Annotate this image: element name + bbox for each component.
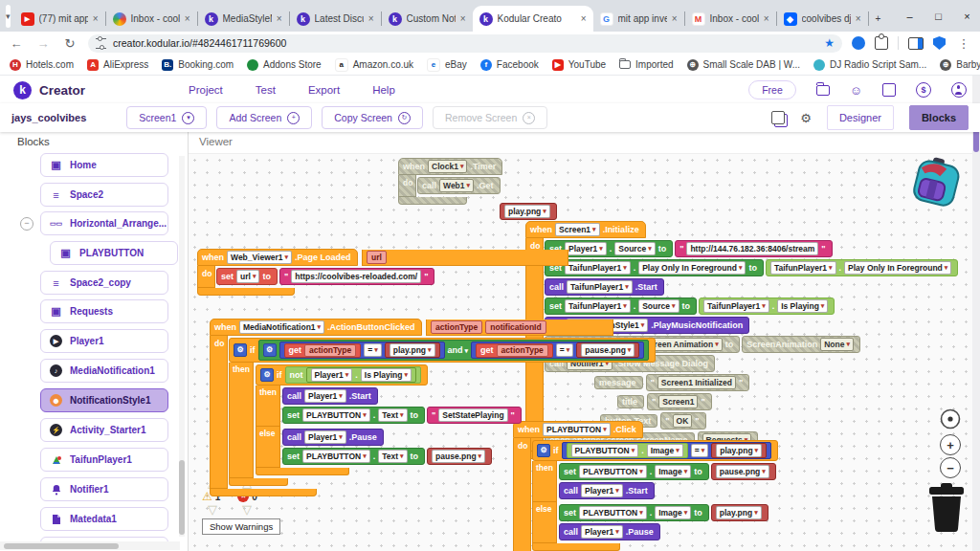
- close-icon[interactable]: ×: [856, 13, 861, 24]
- tab-search-button[interactable]: ▾: [6, 5, 11, 28]
- property-dropdown[interactable]: Play Only In Foreground: [638, 261, 746, 275]
- close-icon[interactable]: ×: [672, 13, 678, 24]
- site-settings-icon[interactable]: [96, 38, 106, 49]
- value-dropdown[interactable]: play.png: [716, 444, 762, 457]
- sidebar-item-home[interactable]: ▣Home: [40, 153, 168, 177]
- projects-folder-icon[interactable]: [816, 85, 830, 96]
- mutator-gear-icon[interactable]: ⚙: [234, 343, 247, 357]
- sidebar-item-matedata1[interactable]: Matedata1: [40, 507, 168, 531]
- set-url-row[interactable]: seturlto https://coolvibes-reloaded.com/: [216, 268, 434, 285]
- component-dropdown[interactable]: Web_Viewer1: [227, 251, 292, 264]
- property-dropdown[interactable]: Text: [378, 450, 407, 463]
- minimize-button[interactable]: –: [896, 0, 924, 32]
- clock-timer-block-disabled[interactable]: whenClock1.Timer do callWeb1.Get: [398, 156, 502, 205]
- earn-icon[interactable]: $: [916, 82, 931, 98]
- bookmark-addons[interactable]: Addons Store: [247, 59, 322, 71]
- property-dropdown[interactable]: Image: [655, 506, 691, 519]
- free-plan-badge[interactable]: Free: [748, 80, 796, 99]
- sidebar-vertical-scrollbar[interactable]: [179, 156, 185, 537]
- variable-dropdown[interactable]: actionType: [304, 344, 356, 357]
- collapse-icon[interactable]: −: [20, 217, 33, 231]
- bookmark-youtube[interactable]: ▶YouTube: [552, 59, 606, 71]
- tab-gmail[interactable]: M Inbox - coolvib ×: [685, 6, 776, 32]
- floating-playpng-block[interactable]: play.png: [500, 201, 557, 220]
- back-icon[interactable]: ←: [8, 36, 25, 51]
- browser-menu-icon[interactable]: ⋮: [955, 36, 972, 51]
- set-player-source-row[interactable]: setPlayer1.Sourceto http://144.76.182.36…: [545, 240, 833, 257]
- get-variable-block[interactable]: getactionType: [476, 343, 553, 358]
- text-string-block[interactable]: Screen1: [647, 393, 712, 410]
- event-parameter[interactable]: url: [367, 251, 387, 264]
- compare-block-1[interactable]: getactionType = play.png: [279, 342, 445, 359]
- tab-inbox-1[interactable]: Inbox - coolvi ×: [106, 6, 197, 32]
- sidebar-item-horizontal-arrangement[interactable]: ▭▭Horizontal_Arrange...: [40, 211, 168, 235]
- call-player-pause-block[interactable]: callPlayer1.Pause: [282, 429, 384, 446]
- value-block[interactable]: play.png: [711, 443, 767, 458]
- scrollbar-thumb[interactable]: [179, 460, 185, 535]
- screens-overview-icon[interactable]: [771, 111, 785, 124]
- component-dropdown[interactable]: Clock1: [428, 160, 467, 173]
- text-string-block[interactable]: https://coolvibes-reloaded.com/: [279, 268, 435, 285]
- url-text[interactable]: creator.kodular.io/#4824461711769600: [113, 37, 817, 49]
- outer-if-block[interactable]: ⚙ if ⚙ getactionType = play.png and ge: [229, 338, 656, 486]
- set-taifun-source-row[interactable]: setTaifunPlayer1.Sourceto TaifunPlayer1.…: [545, 298, 835, 315]
- inner-if-block[interactable]: ⚙ if not Player1.Is Playing then c: [256, 364, 522, 475]
- warning-down-icon[interactable]: ▽: [208, 504, 217, 516]
- sidebar-item-playbutton[interactable]: ▣PLAYBUTTON: [50, 241, 178, 265]
- operator-dropdown[interactable]: =: [364, 343, 381, 357]
- show-warnings-button[interactable]: Show Warnings: [202, 518, 280, 535]
- value-dropdown[interactable]: pause.png: [716, 465, 769, 478]
- sidebar-item-notifier1[interactable]: Notifier1: [40, 477, 168, 501]
- account-icon[interactable]: [951, 82, 967, 98]
- designer-toggle-button[interactable]: Designer: [827, 105, 894, 130]
- nav-project[interactable]: Project: [189, 84, 223, 96]
- property-dropdown[interactable]: Text: [378, 408, 407, 422]
- property-dropdown[interactable]: Image: [655, 465, 691, 478]
- close-icon[interactable]: ×: [93, 13, 99, 24]
- news-icon[interactable]: [882, 83, 896, 97]
- copy-screen-button[interactable]: Copy Screen↻: [322, 106, 423, 129]
- sidebar-item-notificationstyle1-selected[interactable]: ☻NotificationStyle1: [40, 388, 168, 412]
- variable-dropdown[interactable]: url: [236, 270, 259, 283]
- variable-dropdown[interactable]: actionType: [497, 344, 548, 357]
- set-playbutton-text-row[interactable]: setPLAYBUTTON.Textto SetStatePlaying: [282, 407, 522, 424]
- sidebar-item-space2[interactable]: ≡Space2: [40, 183, 168, 207]
- add-screen-button[interactable]: Add Screen+: [216, 106, 312, 129]
- medianotification-actionbutton-block[interactable]: whenMediaNotification1.ActionButtonClick…: [210, 317, 656, 496]
- property-dropdown[interactable]: Is Playing: [777, 299, 828, 313]
- zoom-out-button[interactable]: −: [940, 457, 961, 478]
- side-panel-icon[interactable]: [908, 37, 924, 50]
- component-dropdown[interactable]: Player1: [311, 368, 353, 382]
- value-block[interactable]: pause.png: [576, 342, 639, 358]
- community-icon[interactable]: ☺: [850, 84, 862, 97]
- scrollbar-thumb[interactable]: [4, 543, 119, 549]
- url-bar[interactable]: creator.kodular.io/#4824461711769600 ★: [88, 34, 842, 53]
- gear-icon[interactable]: ⚙: [800, 111, 812, 125]
- sidebar-item-space2-copy[interactable]: ≡Space2_copy: [40, 271, 168, 295]
- value-dropdown[interactable]: play.png: [390, 343, 435, 357]
- nav-test[interactable]: Test: [256, 84, 276, 96]
- tab-dropbox[interactable]: ◆ coolvibes djs - ×: [777, 6, 868, 32]
- text-string-block[interactable]: http://144.76.182.36:8406/stream: [675, 240, 833, 257]
- bookmark-hotels[interactable]: HHotels.com: [10, 59, 74, 71]
- close-icon[interactable]: ×: [764, 13, 769, 24]
- page-scrollbar[interactable]: [972, 76, 980, 551]
- value-block[interactable]: play.png: [711, 504, 768, 521]
- close-icon[interactable]: ×: [277, 13, 282, 24]
- sidebar-item-player1[interactable]: ▶Player1: [40, 329, 168, 353]
- tab-custom-notifi[interactable]: k Custom Notifi ×: [382, 6, 473, 32]
- extensions-icon[interactable]: [875, 36, 888, 50]
- close-icon[interactable]: ×: [581, 13, 587, 24]
- new-tab-button[interactable]: +: [869, 6, 896, 32]
- property-dropdown[interactable]: Source: [614, 242, 655, 255]
- webviewer-pageloaded-block[interactable]: whenWeb_Viewer1.Page Loaded url do setur…: [197, 247, 568, 296]
- event-parameter[interactable]: notificationId: [485, 320, 546, 334]
- bookmark-amazon[interactable]: aAmazon.co.uk: [335, 58, 413, 72]
- close-icon[interactable]: ×: [368, 13, 374, 24]
- not-block[interactable]: not Player1.Is Playing: [285, 366, 421, 384]
- screen-animation-enum-block[interactable]: ScreenAnimationNone: [742, 336, 860, 353]
- error-down-icon[interactable]: ▽: [242, 504, 252, 516]
- and-block[interactable]: ⚙ getactionType = play.png and getaction…: [258, 340, 650, 361]
- property-getter-block[interactable]: TaifunPlayer1.Is Playing: [699, 298, 835, 315]
- blocks-canvas[interactable]: whenClock1.Timer do callWeb1.Get play.pn…: [189, 153, 972, 551]
